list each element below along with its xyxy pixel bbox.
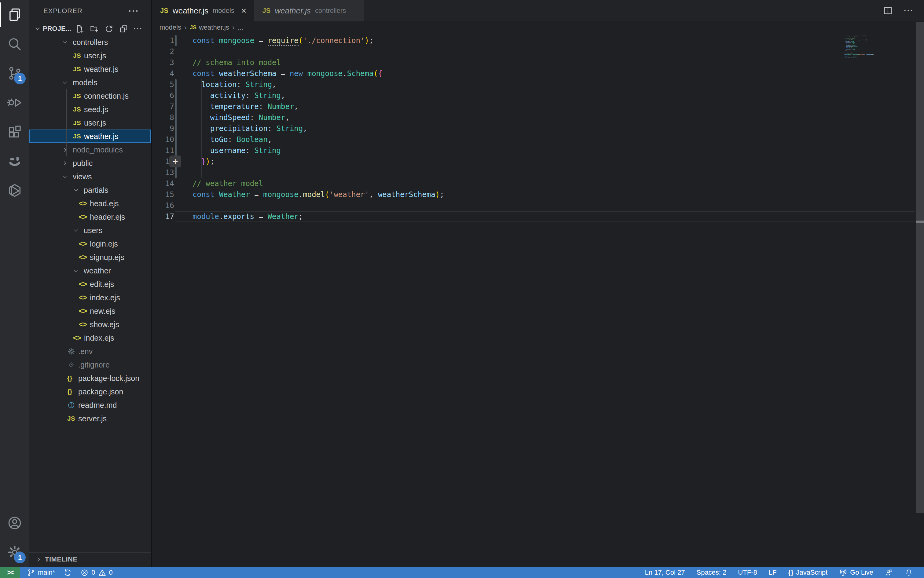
code-line-17[interactable]: 17module.exports = Weather; xyxy=(152,211,924,222)
refresh-explorer-icon[interactable] xyxy=(104,24,114,34)
line-content: // weather model xyxy=(174,178,924,189)
code-line-7[interactable]: 7 temperature: Number, xyxy=(152,101,924,112)
project-section-header[interactable]: PROJE... ··· xyxy=(29,22,151,36)
activitybar-source-control[interactable]: 1 xyxy=(0,58,29,88)
tab-controllers-weather.js[interactable]: JSweather.jscontrollers xyxy=(254,0,364,21)
tree-item-connection.js[interactable]: JSconnection.js xyxy=(29,89,151,103)
status-indentation[interactable]: Spaces: 2 xyxy=(697,568,726,576)
code-line-4[interactable]: 4const weatherSchema = new mongoose.Sche… xyxy=(152,68,924,79)
activitybar-explorer[interactable] xyxy=(0,0,29,29)
activitybar-run-debug[interactable] xyxy=(0,88,29,117)
remote-indicator[interactable]: >< xyxy=(0,567,20,578)
code-line-12[interactable]: 12 });+ xyxy=(152,156,924,167)
tree-item-header.ejs[interactable]: <>header.ejs xyxy=(29,210,151,224)
tree-item-users[interactable]: users xyxy=(29,224,151,237)
activitybar-settings[interactable]: 1 xyxy=(0,538,29,567)
tree-item-index.ejs[interactable]: <>index.ejs xyxy=(29,331,151,344)
status-encoding[interactable]: UTF-8 xyxy=(738,568,757,576)
breadcrumb-item[interactable]: JSweather.js xyxy=(190,24,229,31)
chevron-down-icon xyxy=(73,227,84,234)
code-line-6[interactable]: 6 activity: String, xyxy=(152,90,924,101)
code-line-16[interactable]: 16 xyxy=(152,200,924,211)
add-comment-button[interactable]: + xyxy=(169,156,181,167)
tree-item-views[interactable]: views xyxy=(29,170,151,183)
tree-item-index.ejs[interactable]: <>index.ejs xyxy=(29,291,151,304)
tree-item-label: index.ejs xyxy=(90,293,120,302)
split-editor-icon[interactable] xyxy=(883,6,893,16)
timeline-section[interactable]: TIMELINE xyxy=(29,552,151,566)
tree-item-.env[interactable]: .env xyxy=(29,344,151,358)
minimap[interactable]: const mongoose = require('./connection')… xyxy=(844,36,884,63)
code-line-2[interactable]: 2 xyxy=(152,46,924,57)
tree-item-partials[interactable]: partials xyxy=(29,183,151,197)
code-line-1[interactable]: 1const mongoose = require('./connection'… xyxy=(152,35,924,46)
code-line-9[interactable]: 9 precipitation: String, xyxy=(152,123,924,134)
code-line-15[interactable]: 15const Weather = mongoose.model('weathe… xyxy=(152,189,924,200)
tree-item-new.ejs[interactable]: <>new.ejs xyxy=(29,304,151,318)
status-go-live[interactable]: Go Live xyxy=(839,568,873,577)
more-editor-actions-icon[interactable]: ··· xyxy=(904,6,914,16)
code-line-8[interactable]: 8 windSpeed: Number, xyxy=(152,112,924,123)
breadcrumb-item[interactable]: ... xyxy=(238,24,243,31)
status-git-branch[interactable]: main* xyxy=(27,568,55,577)
tree-item-show.ejs[interactable]: <>show.ejs xyxy=(29,318,151,331)
explorer-more-icon[interactable]: ··· xyxy=(128,6,139,16)
activitybar-feedback[interactable] xyxy=(0,147,29,176)
status-notifications[interactable] xyxy=(905,568,913,577)
status-language-mode[interactable]: {}JavaScript xyxy=(788,568,827,576)
line-content: precipitation: String, xyxy=(174,123,924,134)
tree-item-signup.ejs[interactable]: <>signup.ejs xyxy=(29,250,151,264)
scrollbar-thumb[interactable] xyxy=(916,22,924,513)
collapse-folders-icon[interactable] xyxy=(119,24,128,34)
tab-models-weather.js[interactable]: JSweather.jsmodels× xyxy=(152,0,254,21)
activitybar-extensions[interactable] xyxy=(0,117,29,147)
tree-item-login.ejs[interactable]: <>login.ejs xyxy=(29,237,151,250)
activity-bar-bottom: 1 xyxy=(0,508,29,567)
code-line-13[interactable]: 13 xyxy=(152,167,924,178)
activitybar-package-explorer[interactable] xyxy=(0,176,29,205)
tree-item-weather[interactable]: weather xyxy=(29,264,151,278)
tree-item-package-lock.json[interactable]: {}package-lock.json xyxy=(29,372,151,385)
tree-item-public[interactable]: public xyxy=(29,156,151,170)
tree-item-edit.ejs[interactable]: <>edit.ejs xyxy=(29,278,151,291)
activitybar-search[interactable] xyxy=(0,29,29,58)
source-control-badge: 1 xyxy=(14,73,26,84)
code-line-10[interactable]: 10 toGo: Boolean, xyxy=(152,134,924,145)
tree-item-controllers[interactable]: controllers xyxy=(29,36,151,49)
file-icon-json: {} xyxy=(67,388,78,395)
close-icon[interactable]: × xyxy=(241,6,247,15)
code-line-14[interactable]: 14// weather model xyxy=(152,178,924,189)
tree-item-weather.js[interactable]: JSweather.js xyxy=(29,130,151,143)
code-line-11[interactable]: 11 username: String xyxy=(152,145,924,156)
tree-item-weather.js[interactable]: JSweather.js xyxy=(29,62,151,76)
tree-item-seed.js[interactable]: JSseed.js xyxy=(29,103,151,116)
tree-item-package.json[interactable]: {}package.json xyxy=(29,385,151,398)
code-line-3[interactable]: 3// schema into model xyxy=(152,57,924,68)
code-line-5[interactable]: 5 location: String, xyxy=(152,79,924,90)
file-tree: controllersJSuser.jsJSweather.jsmodelsJS… xyxy=(29,36,151,425)
tree-item-models[interactable]: models xyxy=(29,76,151,89)
tree-item-user.js[interactable]: JSuser.js xyxy=(29,49,151,62)
chevron-down-icon xyxy=(62,39,73,45)
more-actions-icon[interactable]: ··· xyxy=(133,24,143,33)
tree-item-user.js[interactable]: JSuser.js xyxy=(29,116,151,130)
new-folder-icon[interactable] xyxy=(89,24,99,34)
breadcrumb-item[interactable]: models xyxy=(159,24,181,31)
line-content: username: String xyxy=(174,145,924,156)
new-file-icon[interactable] xyxy=(75,24,84,34)
status-feedback[interactable] xyxy=(885,568,893,577)
tree-item-.gitignore[interactable]: .gitignore xyxy=(29,358,151,372)
line-content: const mongoose = require('./connection')… xyxy=(174,35,924,46)
status-cursor-position[interactable]: Ln 17, Col 27 xyxy=(645,568,685,576)
status-eol[interactable]: LF xyxy=(769,568,777,576)
tree-item-readme.md[interactable]: readme.md xyxy=(29,398,151,412)
tree-item-head.ejs[interactable]: <>head.ejs xyxy=(29,197,151,210)
activitybar-accounts[interactable] xyxy=(0,508,29,538)
line-number: 13 xyxy=(152,167,174,178)
tree-item-server.js[interactable]: JSserver.js xyxy=(29,412,151,425)
tree-item-label: signup.ejs xyxy=(90,253,124,262)
status-sync[interactable] xyxy=(63,568,72,577)
code-editor[interactable]: 1const mongoose = require('./connection'… xyxy=(152,34,924,567)
status-problems[interactable]: 00 xyxy=(80,568,113,577)
tree-item-node-modules[interactable]: node_modules xyxy=(29,143,151,156)
